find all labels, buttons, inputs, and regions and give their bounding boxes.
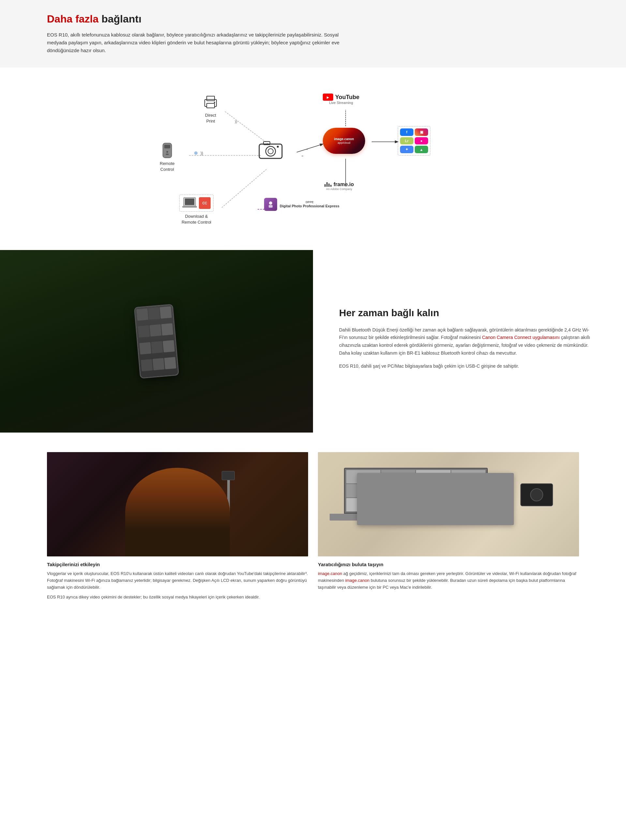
social-box: f ▣ Lr ● ✦ ▲ <box>398 126 430 155</box>
diagram-youtube: ▶ YouTube Live Streaming <box>323 94 359 105</box>
image-canon-link1[interactable]: image.canon <box>318 571 342 576</box>
svg-line-3 <box>297 144 323 152</box>
youtube-text: YouTube <box>335 94 359 101</box>
svg-point-16 <box>214 102 215 103</box>
flickr-icon: ● <box>415 137 428 145</box>
photo-hands-bg <box>0 250 313 433</box>
laptop-icon <box>182 197 197 209</box>
printer-icon <box>202 94 219 111</box>
frameio-logo: frame.io <box>324 181 354 188</box>
remote-icon <box>161 142 174 159</box>
title-rest: bağlantı <box>99 13 141 25</box>
svg-rect-15 <box>207 103 214 108</box>
svg-point-25 <box>277 146 279 148</box>
page-title: Daha fazla bağlantı <box>47 13 579 25</box>
diagram-remote-control: RemoteControl <box>160 142 175 172</box>
svg-point-19 <box>166 151 168 153</box>
download-remote-label: Download &Remote Control <box>182 213 211 225</box>
hands-phone-photo <box>0 250 313 433</box>
cloud-block: Yaratıcılığınızı buluta taşıyın image.ca… <box>318 452 579 604</box>
diagram-camera <box>258 138 284 160</box>
cloud-title: Yaratıcılığınızı buluta taşıyın <box>318 562 579 567</box>
section-header: Daha fazla bağlantı EOS R10, akıllı tele… <box>0 0 626 67</box>
frameio-sublabel: An Adobe Company <box>326 188 352 191</box>
diagram-download-remote: CC Download &Remote Control <box>179 195 214 225</box>
youtube-sublabel: Live Streaming <box>329 101 353 105</box>
frameio-bars-icon <box>324 182 332 187</box>
svg-rect-30 <box>269 205 272 208</box>
cloud-shape: image.canon app/cloud <box>323 126 365 155</box>
connected-para2: EOS R10, dahili şarj ve PC/Mac bilgisaya… <box>339 363 593 370</box>
section-diagram: ⊕ )) )) → ≈ DirectPrint <box>0 67 626 250</box>
section-bottom-images: Takipçilerinizi etkileyin Vloggerlar ve … <box>0 433 626 624</box>
svg-text:)): )) <box>235 120 237 124</box>
svg-rect-14 <box>207 96 214 101</box>
vlogger-block: Takipçilerinizi etkileyin Vloggerlar ve … <box>47 452 308 604</box>
intro-paragraph: EOS R10, akıllı telefonunuza kablosuz ol… <box>47 31 340 55</box>
connected-image-half <box>0 250 313 433</box>
svg-point-29 <box>269 202 272 205</box>
connected-text-half: Her zaman bağlı kalın Dahili Bluetooth D… <box>313 250 626 433</box>
cc-icon: CC <box>199 197 211 209</box>
remote-control-label: RemoteControl <box>160 161 175 172</box>
direct-print-label: DirectPrint <box>205 113 216 124</box>
google-drive-icon: ▲ <box>415 146 428 153</box>
svg-text:⊕: ⊕ <box>194 150 198 155</box>
youtube-badge: ▶ YouTube <box>323 94 359 101</box>
svg-rect-27 <box>185 199 194 205</box>
image-canon-link2[interactable]: image.canon <box>345 578 369 583</box>
diagram-imagecanon: image.canon app/cloud <box>323 126 365 155</box>
youtube-icon: ▶ <box>323 94 333 101</box>
facebook-icon: f <box>400 128 413 136</box>
dppe-icon <box>264 198 277 211</box>
dppe-text: DPPE Digital Photo Professional Express <box>280 200 340 208</box>
cloud-para1: image.canon ağ geçidimiz, içeriklerinizi… <box>318 571 579 591</box>
svg-text:→: → <box>305 147 308 151</box>
svg-rect-20 <box>166 154 169 155</box>
cloud-text: image.canon app/cloud <box>323 126 365 155</box>
connected-para1: Dahili Bluetooth Düşük Enerji özelliği h… <box>339 326 593 357</box>
phone-screen <box>135 305 178 377</box>
vlogger-para2: EOS R10 ayrıca dikey video çekimini de d… <box>47 594 308 601</box>
svg-text:≈: ≈ <box>302 154 304 158</box>
laptop-photo <box>318 452 579 557</box>
camera-connect-link[interactable]: Canon Camera Connect uygulamasını <box>482 335 559 340</box>
lightroom-icon: Lr <box>400 137 413 145</box>
google-photos-icon: ✦ <box>400 146 413 153</box>
vlogger-image <box>47 452 308 557</box>
svg-text:)): )) <box>200 151 203 155</box>
laptop-cc-box: CC <box>179 195 214 211</box>
frameio-name-text: frame.io <box>333 181 354 188</box>
dppe-symbol <box>267 200 274 208</box>
phone-mock <box>134 304 179 379</box>
diagram-social-icons: f ▣ Lr ● ✦ ▲ <box>398 126 430 155</box>
svg-point-22 <box>266 146 275 156</box>
cloud-image <box>318 452 579 557</box>
connected-title: Her zaman bağlı kalın <box>339 307 593 319</box>
camera-icon <box>258 138 284 160</box>
svg-rect-28 <box>182 206 197 208</box>
svg-rect-18 <box>164 145 170 148</box>
svg-line-2 <box>222 169 268 208</box>
section-always-connected: Her zaman bağlı kalın Dahili Bluetooth D… <box>0 250 626 433</box>
diagram-direct-print: DirectPrint <box>202 94 219 124</box>
diagram-container: ⊕ )) )) → ≈ DirectPrint <box>150 87 476 224</box>
diagram-frameio: frame.io An Adobe Company <box>324 181 354 191</box>
vlogger-para1: Vloggerlar ve içerik oluşturucular, EOS … <box>47 571 308 591</box>
title-red: Daha fazla <box>47 13 99 25</box>
instagram-icon: ▣ <box>415 128 428 136</box>
svg-point-23 <box>268 149 273 154</box>
vlogger-photo <box>47 452 308 557</box>
diagram-dppe: DPPE Digital Photo Professional Express <box>264 198 340 211</box>
vlogger-title: Takipçilerinizi etkileyin <box>47 562 308 567</box>
